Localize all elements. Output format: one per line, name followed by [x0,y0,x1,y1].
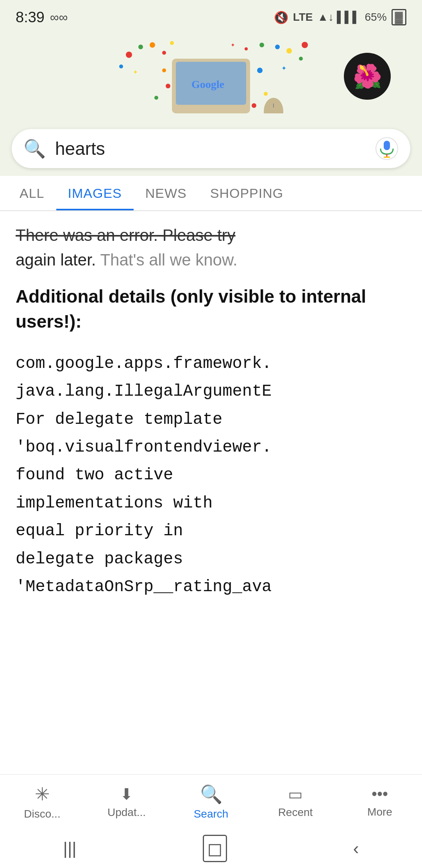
svg-point-26 [162,68,166,72]
svg-point-2 [119,65,123,68]
discover-label: Disco... [24,808,60,820]
search-label: Search [194,808,229,820]
svg-point-25 [264,92,268,96]
android-home-btn[interactable]: ◻ [203,835,227,862]
signal-icon: ▲↓ ▌▌▌ [318,11,360,23]
svg-point-7 [275,45,280,49]
svg-point-0 [126,52,132,58]
lte-label: LTE [293,11,313,23]
status-time: 8:39 [16,9,45,26]
voicemail-icon: ∞∞ [50,10,68,25]
svg-point-24 [257,68,263,73]
search-nav-icon: 🔍 [200,784,222,805]
svg-point-9 [170,41,174,45]
bottom-nav: ✳ Disco... ⬇ Updat... 🔍 Search ▭ Recent … [0,774,422,829]
android-nav: ||| ◻ ‹ [0,829,422,868]
updates-icon: ⬇ [120,785,133,803]
more-icon: ••• [372,785,388,803]
recent-icon: ▭ [288,785,303,803]
error-again: again later. [16,251,100,269]
tab-news[interactable]: NEWS [134,176,198,210]
status-bar: 8:39 ∞∞ 🔇 LTE ▲↓ ▌▌▌ 65% ▓ [0,0,422,31]
more-label: More [367,806,392,818]
content-area: There was an error. Please try again lat… [0,211,422,782]
search-icon: 🔍 [23,138,46,159]
doodle-area: ✦ ✦ ✦ Google 🌺 [0,31,422,121]
bottom-nav-discover[interactable]: ✳ Disco... [0,784,84,820]
battery-icon: ▓ [392,9,406,25]
bottom-nav-more[interactable]: ••• More [338,785,422,818]
updates-label: Updat... [107,806,146,819]
svg-point-8 [302,42,308,48]
svg-point-5 [286,48,292,54]
tab-images[interactable]: IMAGES [56,176,134,210]
tab-all[interactable]: ALL [8,176,56,210]
error-strikethrough: There was an error. Please try [16,226,236,244]
search-query[interactable]: hearts [55,138,375,159]
android-back-btn[interactable]: ‹ [353,839,359,858]
svg-text:✦: ✦ [133,69,138,75]
svg-point-1 [138,45,143,49]
mute-icon: 🔇 [274,11,288,24]
svg-text:✦: ✦ [231,42,235,48]
svg-point-22 [166,84,170,88]
svg-point-3 [150,42,155,48]
svg-point-4 [162,51,166,55]
svg-rect-29 [384,141,390,150]
avatar[interactable]: 🌺 [344,53,391,100]
google-doodle: ✦ ✦ ✦ Google [109,39,313,113]
error-gray-text: That's all we know. [100,251,237,269]
search-bar-container: 🔍 hearts [0,121,422,176]
svg-point-11 [245,47,248,50]
avatar-image: 🌺 [353,63,382,90]
microphone-icon[interactable] [375,137,399,160]
nav-tabs: ALL IMAGES NEWS SHOPPING [0,176,422,211]
battery-level: 65% [365,11,387,23]
svg-text:Google: Google [191,78,224,90]
doodle-container[interactable]: ✦ ✦ ✦ Google 🌺 [16,39,406,113]
recent-label: Recent [278,806,313,819]
android-recents-btn[interactable]: ||| [63,839,77,858]
tab-shopping[interactable]: SHOPPING [198,176,295,210]
error-intro-text: There was an error. Please try again lat… [16,223,406,272]
svg-point-23 [154,96,158,100]
discover-icon: ✳ [35,784,50,805]
additional-details-heading: Additional details (only visible to inte… [16,284,406,334]
search-bar[interactable]: 🔍 hearts [12,129,410,168]
status-icons: 🔇 LTE ▲↓ ▌▌▌ 65% ▓ [274,9,406,25]
svg-point-10 [259,43,264,47]
svg-point-6 [299,57,303,61]
svg-point-27 [252,103,256,108]
svg-text:✦: ✦ [281,65,286,72]
bottom-nav-updates[interactable]: ⬇ Updat... [84,785,169,819]
bottom-nav-search[interactable]: 🔍 Search [169,784,253,820]
bottom-nav-recent[interactable]: ▭ Recent [253,785,338,819]
error-code-block: com.google.apps.framework. java.lang.Ill… [16,350,406,601]
